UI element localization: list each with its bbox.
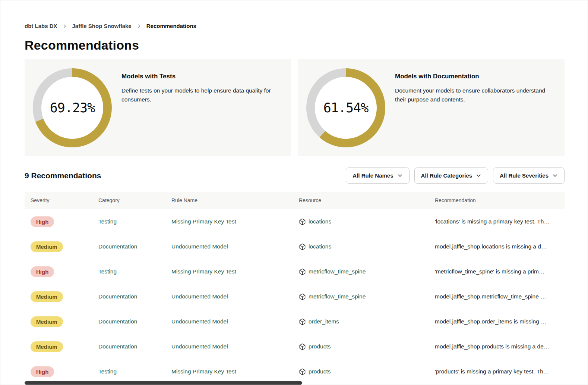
filter-bar: All Rule Names All Rule Categories All R… <box>346 168 565 184</box>
table-row: High Testing Missing Primary Key Test pr… <box>25 359 565 384</box>
category-link[interactable]: Testing <box>98 218 117 225</box>
chevron-right-icon <box>137 24 141 28</box>
chevron-down-icon <box>397 173 403 178</box>
recommendation-text: model.jaffle_shop.order_items is missing… <box>435 318 547 325</box>
resource-link[interactable]: products <box>309 343 331 350</box>
breadcrumb: dbt Labs DX Jaffle Shop Snowflake Recomm… <box>25 23 565 29</box>
resource-link[interactable]: products <box>309 368 331 375</box>
category-link[interactable]: Documentation <box>98 343 137 350</box>
table-row: Medium Documentation Undocumented Model … <box>25 284 565 309</box>
table-row: Medium Documentation Undocumented Model … <box>25 234 565 259</box>
package-icon <box>299 268 306 275</box>
category-link[interactable]: Documentation <box>98 243 137 250</box>
severity-badge: High <box>31 216 54 227</box>
rule-name-link[interactable]: Undocumented Model <box>171 243 228 250</box>
rule-severities-filter-label: All Rule Severities <box>500 172 549 179</box>
severity-badge: High <box>31 366 54 377</box>
column-header-resource: Resource <box>293 192 429 209</box>
recommendation-text: model.jaffle_shop.products is missing a … <box>435 343 549 350</box>
chevron-right-icon <box>63 24 67 28</box>
package-icon <box>299 368 306 375</box>
models-with-tests-card: 69.23% Models with Tests Define tests on… <box>25 59 291 156</box>
resource-link[interactable]: metricflow_time_spine <box>309 268 366 275</box>
package-icon <box>299 243 306 250</box>
models-with-tests-donut-chart: 69.23% <box>33 68 112 147</box>
card-description-models-with-documentation: Document your models to ensure collabora… <box>395 86 555 104</box>
severity-badge: Medium <box>31 241 63 252</box>
resource-link[interactable]: order_items <box>309 318 339 325</box>
chevron-down-icon <box>476 173 481 178</box>
category-link[interactable]: Documentation <box>98 293 137 300</box>
breadcrumb-item-dbt-labs-dx[interactable]: dbt Labs DX <box>25 23 57 29</box>
card-title-models-with-documentation: Models with Documentation <box>395 73 555 80</box>
recommendations-table: Severity Category Rule Name Resource Rec… <box>25 192 565 384</box>
models-with-documentation-card: 61.54% Models with Documentation Documen… <box>298 59 565 156</box>
resource-link[interactable]: locations <box>309 243 331 250</box>
recommendations-count: 9 Recommendations <box>25 171 101 180</box>
severity-badge: High <box>31 266 54 277</box>
rule-severities-filter-dropdown[interactable]: All Rule Severities <box>493 168 565 184</box>
recommendations-page: dbt Labs DX Jaffle Shop Snowflake Recomm… <box>0 0 588 385</box>
breadcrumb-item-project[interactable]: Jaffle Shop Snowflake <box>72 23 132 29</box>
column-header-rule-name: Rule Name <box>165 192 293 209</box>
chevron-down-icon <box>552 173 558 178</box>
breadcrumb-item-current: Recommendations <box>146 23 196 29</box>
category-link[interactable]: Documentation <box>98 318 137 325</box>
table-header-row: Severity Category Rule Name Resource Rec… <box>25 192 565 209</box>
column-header-recommendation: Recommendation <box>429 192 565 209</box>
table-row: Medium Documentation Undocumented Model … <box>25 309 565 334</box>
column-header-severity: Severity <box>25 192 92 209</box>
rule-name-link[interactable]: Missing Primary Key Test <box>171 218 236 225</box>
severity-badge: Medium <box>31 291 63 302</box>
metric-cards: 69.23% Models with Tests Define tests on… <box>25 59 565 156</box>
table-row: High Testing Missing Primary Key Test me… <box>25 259 565 284</box>
rule-names-filter-label: All Rule Names <box>353 172 393 179</box>
package-icon <box>299 218 306 225</box>
package-icon <box>299 293 306 300</box>
category-link[interactable]: Testing <box>98 368 117 375</box>
package-icon <box>299 318 306 325</box>
models-with-documentation-percentage: 61.54% <box>306 68 385 147</box>
recommendation-text: 'products' is missing a primary key test… <box>435 368 549 375</box>
rule-name-link[interactable]: Missing Primary Key Test <box>171 268 236 275</box>
models-with-documentation-donut-chart: 61.54% <box>306 68 385 147</box>
recommendation-text: model.jaffle_shop.metricflow_time_spine … <box>435 293 546 300</box>
rule-categories-filter-label: All Rule Categories <box>421 172 472 179</box>
recommendation-text: model.jaffle_shop.locations is missing a… <box>435 243 547 250</box>
resource-link[interactable]: locations <box>309 218 331 225</box>
recommendation-text: 'locations' is missing a primary key tes… <box>435 218 550 225</box>
rule-name-link[interactable]: Undocumented Model <box>171 318 228 325</box>
rule-categories-filter-dropdown[interactable]: All Rule Categories <box>414 168 489 184</box>
card-title-models-with-tests: Models with Tests <box>121 73 281 80</box>
rule-name-link[interactable]: Undocumented Model <box>171 343 228 350</box>
models-with-tests-percentage: 69.23% <box>33 68 112 147</box>
recommendation-text: 'metricflow_time_spine' is missing a pri… <box>435 268 544 275</box>
card-description-models-with-tests: Define tests on your models to help ensu… <box>121 86 281 104</box>
horizontal-scrollbar-thumb[interactable] <box>25 381 302 385</box>
rule-names-filter-dropdown[interactable]: All Rule Names <box>346 168 409 184</box>
category-link[interactable]: Testing <box>98 268 117 275</box>
table-row: Medium Documentation Undocumented Model … <box>25 334 565 359</box>
page-title: Recommendations <box>25 38 565 53</box>
table-row: High Testing Missing Primary Key Test lo… <box>25 209 565 234</box>
column-header-category: Category <box>92 192 165 209</box>
severity-badge: Medium <box>31 341 63 352</box>
package-icon <box>299 343 306 350</box>
rule-name-link[interactable]: Missing Primary Key Test <box>171 368 236 375</box>
rule-name-link[interactable]: Undocumented Model <box>171 293 228 300</box>
resource-link[interactable]: metricflow_time_spine <box>309 293 366 300</box>
severity-badge: Medium <box>31 316 63 327</box>
